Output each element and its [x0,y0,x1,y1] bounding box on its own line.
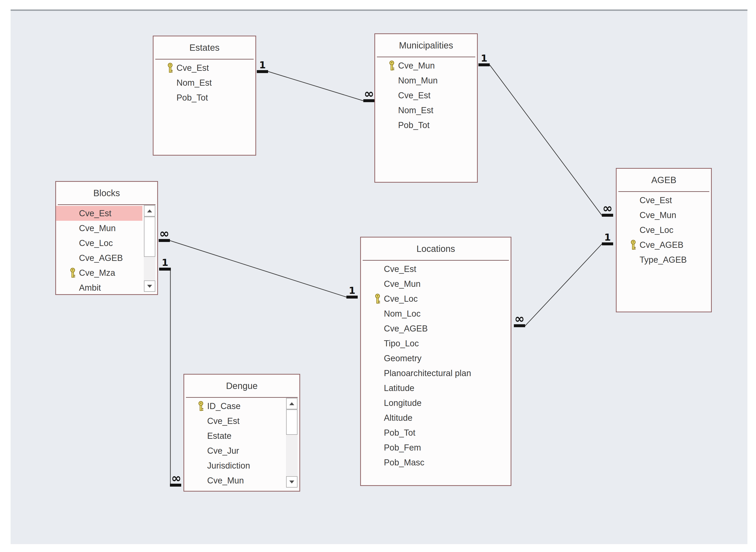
field-name: Cve_AGEB [640,240,683,250]
field-name: Pob_Tot [384,428,415,438]
field-row[interactable]: Cve_Est [184,414,285,428]
field-row[interactable]: Pob_Fem [361,440,511,455]
relationships-view: 1 ∞ 1 ∞ ∞ 1 1 ∞ 1 ∞ Estates Cve_EstNom_E… [0,0,756,552]
field-name: Nom_Mun [398,76,438,86]
primary-key-icon [386,60,398,71]
fields-scrollbar[interactable] [286,398,298,488]
field-name: Geometry [384,354,422,363]
field-name: Pob_Masc [384,458,425,467]
field-name: Cve_Mun [384,279,421,289]
field-name: Nom_Est [398,106,433,115]
field-row[interactable]: Ambit [56,280,142,295]
field-row[interactable]: Geometry [361,351,511,366]
table-dengue[interactable]: Dengue ID_CaseCve_EstEstateCve_JurJurisd… [184,374,300,492]
field-name: Planoarchitectural plan [384,369,471,378]
field-name: Nom_Loc [384,309,421,319]
field-row[interactable]: Cve_Mza [56,265,142,280]
field-name: Cve_Mun [398,61,435,71]
field-row[interactable]: Nom_Mun [375,73,477,88]
table-blocks[interactable]: Blocks Cve_EstCve_MunCve_LocCve_AGEBCve_… [55,181,158,295]
primary-key-icon [164,63,177,73]
table-ageb[interactable]: AGEB Cve_EstCve_MunCve_LocCve_AGEBType_A… [616,168,712,312]
scrollbar-track[interactable] [144,217,155,280]
field-row[interactable]: Type_AGEB [617,252,711,267]
scrollbar-thumb[interactable] [286,410,298,435]
arrow-down-icon [289,480,294,484]
table-fields: Cve_MunNom_MunCve_EstNom_EstPob_Tot [375,57,477,133]
table-title: Blocks [56,182,157,204]
field-name: Cve_Est [398,91,431,100]
field-row[interactable]: Cve_Mun [361,276,511,291]
field-name: Cve_AGEB [384,324,428,333]
field-row[interactable]: Cve_Est [361,262,511,276]
field-row[interactable]: Cve_AGEB [56,251,142,265]
field-name: Cve_Est [79,209,111,218]
field-name: Cve_Loc [384,294,418,304]
field-row[interactable]: Pob_Tot [375,118,477,133]
field-name: Cve_Est [177,63,209,73]
primary-key-icon [627,240,640,250]
arrow-up-icon [147,210,152,213]
table-fields: Cve_EstCve_MunCve_LocCve_AGEBCve_MzaAmbi… [56,205,157,295]
scrollbar-track[interactable] [286,410,298,476]
field-row[interactable]: Nom_Est [153,75,255,90]
field-row[interactable]: Pob_Tot [361,425,511,440]
field-name: Cve_Mun [640,211,676,220]
table-fields: Cve_EstNom_EstPob_Tot [153,59,255,105]
field-row[interactable]: Cve_Mun [56,221,142,236]
scrollbar-thumb[interactable] [144,217,155,257]
field-row[interactable]: Cve_Loc [56,236,142,251]
field-row[interactable]: Cve_Loc [361,291,511,306]
field-row[interactable]: Cve_Mun [617,208,711,223]
table-title: AGEB [617,169,711,191]
field-row[interactable]: Nom_Loc [361,306,511,321]
field-row[interactable]: Cve_Jur [184,443,285,458]
field-row[interactable]: Cve_Loc [617,223,711,238]
scroll-up-button[interactable] [286,398,298,409]
table-title: Estates [153,36,255,59]
table-title: Locations [361,238,511,260]
field-name: Cve_Jur [207,446,239,456]
field-name: Cve_Est [384,264,416,274]
field-row[interactable]: Cve_AGEB [617,238,711,252]
field-row[interactable]: Cve_Mun [375,58,477,73]
field-name: Cve_Mun [79,224,116,233]
field-row[interactable]: Pob_Masc [361,455,511,470]
field-name: Cve_Loc [79,238,113,248]
field-row[interactable]: Pob_Tot [153,90,255,105]
field-row[interactable]: Latitude [361,381,511,396]
field-name: Latitude [384,383,414,393]
field-row[interactable]: Nom_Est [375,103,477,118]
field-row[interactable]: Tipo_Loc [361,336,511,351]
table-locations[interactable]: Locations Cve_EstCve_MunCve_LocNom_LocCv… [360,237,511,486]
arrow-up-icon [289,402,294,405]
field-row[interactable]: Cve_Mun [184,473,285,488]
scroll-down-button[interactable] [286,476,298,488]
field-name: Longitude [384,398,422,408]
table-fields: Cve_EstCve_MunCve_LocNom_LocCve_AGEBTipo… [361,261,511,470]
field-row[interactable]: ID_Case [184,399,285,414]
field-row[interactable]: Cve_Est [375,88,477,103]
field-row[interactable]: Longitude [361,396,511,410]
primary-key-icon [195,401,207,411]
table-estates[interactable]: Estates Cve_EstNom_EstPob_Tot [153,36,256,156]
field-row-selected[interactable]: Cve_Est [56,206,142,221]
field-row[interactable]: Estate [184,428,285,443]
fields-scrollbar[interactable] [144,205,155,292]
field-row[interactable]: Jurisdiction [184,458,285,473]
field-name: Pob_Tot [398,120,429,130]
field-row[interactable]: Planoarchitectural plan [361,366,511,381]
field-row[interactable]: Cve_Est [617,193,711,208]
field-name: Nom_Est [177,78,212,88]
scroll-down-button[interactable] [144,280,155,292]
scroll-up-button[interactable] [144,205,155,217]
table-municipalities[interactable]: Municipalities Cve_MunNom_MunCve_EstNom_… [374,33,478,183]
field-name: ID_Case [207,401,240,411]
field-name: Altitude [384,413,413,423]
field-row[interactable]: Altitude [361,410,511,425]
field-name: Jurisdiction [207,461,250,470]
field-name: Estate [207,431,231,441]
field-row[interactable]: Cve_Est [153,60,255,75]
field-name: Pob_Tot [177,93,208,103]
field-row[interactable]: Cve_AGEB [361,321,511,336]
